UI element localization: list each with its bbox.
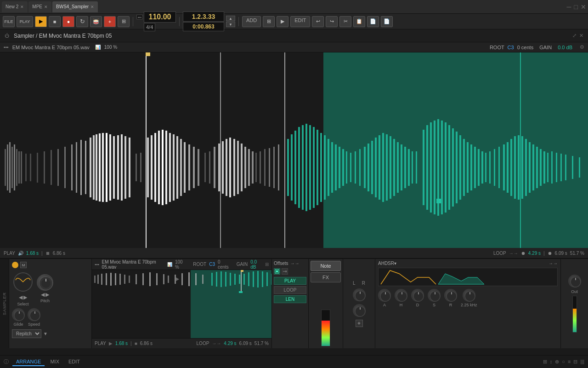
a-knob[interactable] (378, 289, 391, 302)
mini-waveform-canvas[interactable] (92, 270, 271, 338)
stop-button[interactable]: ■ (49, 16, 61, 27)
fx-button[interactable]: FX (311, 272, 341, 282)
time-sig-display[interactable]: 4/4 (144, 23, 155, 31)
status-info-icon[interactable]: ⓘ (4, 358, 9, 365)
paste-button[interactable]: 📄 (367, 16, 379, 27)
play-button[interactable]: ▶ (35, 16, 47, 27)
s-knob[interactable] (428, 289, 441, 302)
sampler-close-icon[interactable]: ✕ (579, 33, 583, 39)
status-icon5[interactable]: ≡ (568, 359, 571, 365)
pattern-button[interactable]: ⊞ (118, 16, 130, 27)
svg-rect-170 (129, 276, 130, 283)
window-close-icon[interactable]: ✕ (581, 3, 586, 11)
svg-rect-8 (18, 151, 20, 184)
svg-rect-112 (456, 132, 458, 203)
edit-button[interactable]: EDIT (290, 16, 310, 27)
glide-knob[interactable] (12, 308, 25, 321)
offsets-arrows-icon[interactable]: →→ (290, 261, 300, 266)
tab-bws4[interactable]: BWS4_Sampler ✕ (52, 1, 98, 12)
ahdsr-arrow-icon[interactable]: →→ (548, 261, 558, 266)
tab-bws4-close[interactable]: ✕ (90, 5, 94, 9)
mini-expand-icon[interactable]: ⊞ (265, 262, 269, 267)
add-button[interactable]: ADD (242, 16, 261, 27)
repitch-arrow[interactable]: ▼ (43, 331, 48, 336)
freq-knob[interactable] (463, 289, 475, 302)
status-icon4[interactable]: ○ (562, 359, 565, 365)
prev-arrow2[interactable]: ◀ (41, 292, 45, 298)
window-maximize-icon[interactable]: □ (574, 3, 578, 11)
svg-rect-26 (106, 133, 107, 202)
r-env-knob[interactable] (444, 289, 457, 302)
cut-button[interactable]: ✂ (339, 16, 351, 27)
svg-rect-58 (241, 144, 243, 191)
file-button[interactable]: FILE (3, 16, 15, 27)
status-icon1[interactable]: ⊞ (543, 359, 547, 365)
h-knob[interactable] (395, 289, 407, 302)
arrange-tab[interactable]: ARRANGE (12, 358, 45, 366)
tab-new2-label: New 2 (6, 4, 18, 9)
punch-button[interactable]: + (104, 16, 116, 27)
note-button[interactable]: Note (311, 261, 341, 271)
svg-rect-14 (51, 150, 52, 185)
status-icon6[interactable]: ⊟ (573, 359, 577, 365)
mute-button[interactable]: M (20, 262, 27, 268)
prev-arrow[interactable]: ◀ (19, 294, 23, 300)
nudge-up-button[interactable]: ▲ (226, 16, 235, 21)
loop-button[interactable]: ↻ (76, 16, 88, 27)
nudge-down-button[interactable]: ▼ (226, 22, 235, 27)
copy-button[interactable]: 📋 (353, 16, 365, 27)
out-knob[interactable] (568, 275, 581, 288)
play-label-button[interactable]: PLAY (17, 16, 33, 27)
tab-new2-close[interactable]: ✕ (20, 5, 24, 9)
add-channel-button[interactable]: + (356, 320, 363, 327)
next-arrow[interactable]: ▶ (23, 294, 27, 300)
len-offset-btn[interactable]: LEN (274, 295, 306, 303)
status-icon7[interactable]: ||| (580, 359, 584, 365)
redo-button[interactable]: ↪ (326, 16, 338, 27)
pos-time-display[interactable]: 0:00.863 (183, 22, 224, 31)
cursor-button[interactable]: ▶ (277, 16, 288, 27)
record-button[interactable]: ● (62, 16, 74, 27)
loop-offset-btn[interactable]: LOOP (274, 286, 306, 294)
svg-rect-68 (287, 139, 289, 196)
r-knob[interactable] (353, 304, 366, 317)
status-icon2[interactable]: ↕ (550, 359, 553, 365)
grid-button[interactable]: ⊞ (263, 16, 275, 27)
d-knob[interactable] (411, 289, 424, 302)
pitch-knob[interactable] (37, 274, 53, 291)
power-indicator[interactable] (12, 262, 18, 268)
offsets-icon2[interactable] (282, 268, 288, 275)
mini-play-label: PLAY (95, 341, 106, 346)
svg-rect-194 (257, 271, 259, 288)
mix-tab[interactable]: MIX (46, 358, 63, 366)
window-minimize-icon[interactable]: ─ (567, 3, 571, 11)
offsets-icon1[interactable] (274, 268, 280, 275)
speed-knob[interactable] (28, 308, 40, 321)
play-offset-btn[interactable]: PLAY (274, 277, 306, 285)
tab-mpe-close[interactable]: ✕ (44, 5, 48, 9)
sampler-expand-icon[interactable]: ⤢ (572, 33, 577, 39)
l-knob[interactable] (353, 288, 366, 301)
paste2-button[interactable]: 📄 (381, 16, 393, 27)
svg-rect-208 (239, 291, 243, 293)
bpm-display[interactable]: 110.00 (144, 12, 176, 23)
repitch-select[interactable]: Repitch (12, 329, 41, 338)
svg-rect-186 (220, 271, 222, 287)
svg-rect-162 (94, 276, 96, 283)
waveform-settings-icon[interactable]: ⚙ (580, 44, 584, 50)
pos-bars-display[interactable]: 1.2.3.33 (183, 12, 224, 22)
svg-rect-179 (188, 272, 190, 286)
sampler-power-icon[interactable]: ⏻ (5, 33, 9, 38)
svg-rect-88 (364, 147, 366, 188)
svg-rect-180 (195, 273, 197, 285)
waveform-canvas[interactable] (0, 52, 588, 248)
mini-stop-icon: ■ (135, 341, 137, 346)
tab-mpe[interactable]: MPE ✕ (28, 1, 51, 12)
status-icon3[interactable]: ⊕ (555, 359, 559, 365)
metronome-button[interactable]: 🥁 (90, 16, 102, 27)
next-arrow2[interactable]: ▶ (45, 292, 49, 298)
ahdsr-label[interactable]: AHDSR▾ (378, 261, 396, 266)
undo-button[interactable]: ↩ (312, 16, 324, 27)
edit-tab[interactable]: EDIT (65, 358, 84, 366)
tab-new2[interactable]: New 2 ✕ (2, 1, 28, 12)
